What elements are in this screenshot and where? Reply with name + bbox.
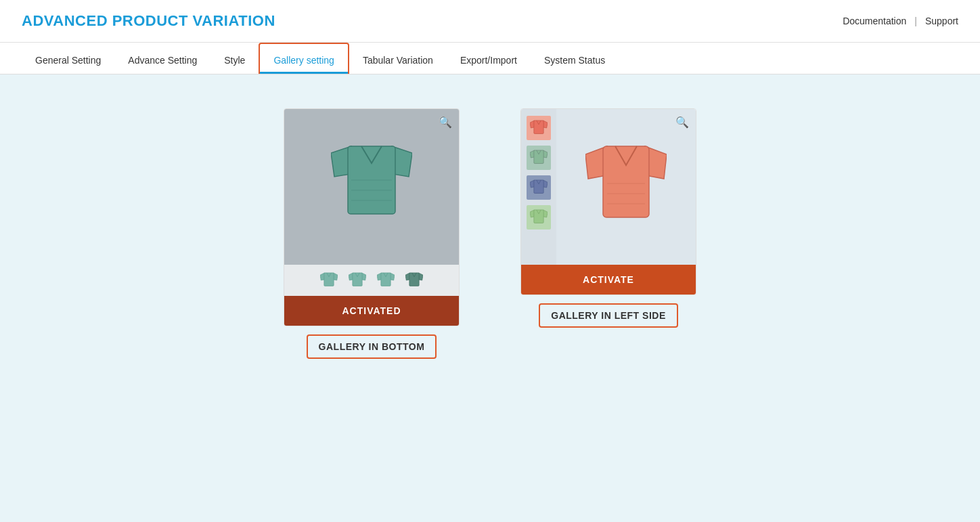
gallery-left-card: 🔍 ACTIVATE [517, 108, 700, 359]
tab-general[interactable]: General Setting [22, 44, 114, 74]
tab-advance[interactable]: Advance Setting [114, 44, 210, 74]
tab-tabular[interactable]: Tabular Variation [349, 44, 447, 74]
gallery-left-label: GALLERY IN LEFT SIDE [539, 303, 677, 328]
tab-gallery[interactable]: Gallery setting [259, 43, 349, 74]
header-links: Documentation | Support [843, 16, 958, 26]
gallery-bottom-main: 🔍 [284, 109, 459, 265]
svg-rect-11 [353, 273, 362, 286]
left-thumb-1 [527, 116, 551, 140]
svg-rect-29 [534, 210, 543, 223]
activated-button[interactable]: ACTIVATED [284, 296, 459, 326]
tab-system[interactable]: System Status [531, 44, 619, 74]
thumb-left-tshirt-4 [530, 209, 548, 226]
tab-export[interactable]: Export/Import [447, 44, 531, 74]
tab-style[interactable]: Style [210, 44, 259, 74]
thumb-left-tshirt-3 [530, 179, 548, 196]
zoom-icon-left: 🔍 [675, 116, 689, 129]
activate-button[interactable]: ACTIVATE [521, 265, 696, 295]
support-link[interactable]: Support [925, 16, 958, 26]
svg-rect-17 [409, 273, 419, 286]
gallery-left-image-wrapper: 🔍 ACTIVATE [520, 108, 696, 295]
svg-rect-26 [534, 180, 543, 194]
gallery-bottom-image-wrapper: 🔍 [284, 108, 460, 326]
svg-rect-8 [324, 273, 334, 286]
header-divider: | [914, 16, 917, 26]
app-title: ADVANCED PRODUCT VARIATION [22, 12, 275, 30]
svg-rect-14 [381, 273, 391, 286]
gallery-bottom-thumbnails [284, 265, 459, 296]
svg-rect-23 [534, 150, 543, 164]
left-thumb-3 [527, 175, 551, 200]
thumb-tshirt-3 [377, 271, 395, 289]
tshirt-bottom-svg [331, 139, 412, 234]
documentation-link[interactable]: Documentation [843, 16, 906, 26]
thumb-tshirt-2 [349, 271, 366, 289]
nav: General Setting Advance Setting Style Ga… [0, 43, 980, 74]
svg-rect-20 [534, 121, 543, 134]
gallery-bottom-label: GALLERY IN BOTTOM [307, 334, 437, 359]
left-thumb-2 [527, 146, 551, 170]
gallery-left-thumbs [521, 109, 556, 265]
gallery-left-inner: 🔍 [521, 109, 696, 265]
thumb-left-tshirt-1 [530, 119, 548, 137]
gallery-left-main: 🔍 [556, 109, 696, 265]
svg-rect-32 [603, 146, 649, 217]
thumb-tshirt-1 [320, 271, 338, 289]
left-thumb-4 [527, 205, 551, 230]
gallery-bottom-card: 🔍 [280, 108, 463, 359]
main-content: 🔍 [0, 74, 980, 393]
thumb-tshirt-4 [405, 271, 423, 289]
zoom-icon-bottom: 🔍 [439, 116, 452, 129]
header: ADVANCED PRODUCT VARIATION Documentation… [0, 0, 980, 43]
thumb-left-tshirt-2 [530, 149, 548, 167]
tshirt-left-svg [585, 139, 667, 234]
